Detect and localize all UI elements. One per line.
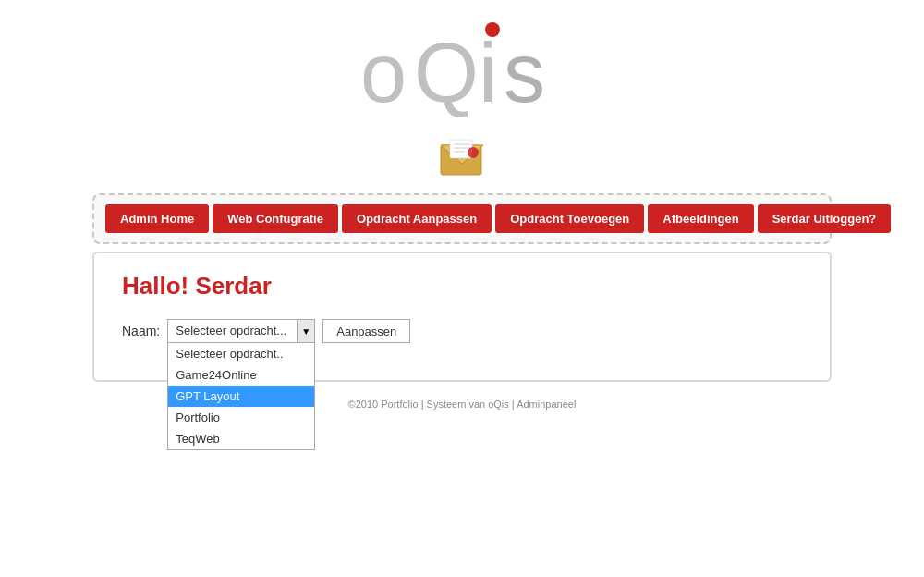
select-wrapper: Selecteer opdracht... ▼ Selecteer opdrac… <box>167 319 315 343</box>
logo-text: s <box>504 27 545 119</box>
mail-icon-area <box>439 138 485 182</box>
logo-text: Q <box>414 27 479 119</box>
nav-opdracht-toevoegen[interactable]: Opdracht Toevoegen <box>495 204 644 233</box>
content-area: Hallo! Serdar Naam: Selecteer opdracht..… <box>92 252 832 382</box>
logo-svg: o Q i s <box>360 18 564 120</box>
logo-text: i <box>479 27 497 119</box>
aanpassen-button[interactable]: Aanpassen <box>322 319 410 343</box>
form-row: Naam: Selecteer opdracht... ▼ Selecteer … <box>122 319 802 343</box>
nav-web-config[interactable]: Web Confugratie <box>213 204 338 233</box>
svg-point-6 <box>468 147 479 158</box>
dropdown-list: Selecteer opdracht.. Game24Online GPT La… <box>167 343 315 450</box>
nav-opdracht-aanpassen[interactable]: Opdracht Aanpassen <box>342 204 492 233</box>
select-main: Selecteer opdracht... ▼ <box>167 319 315 343</box>
nav-admin-home[interactable]: Admin Home <box>105 204 209 233</box>
logo-dot <box>485 22 500 37</box>
dropdown-item-selecteer[interactable]: Selecteer opdracht.. <box>168 343 314 364</box>
dropdown-item-game24online[interactable]: Game24Online <box>168 364 314 386</box>
select-arrow[interactable]: ▼ <box>297 319 315 343</box>
dropdown-item-gptlayout[interactable]: GPT Layout <box>168 386 314 407</box>
greeting: Hallo! Serdar <box>122 272 802 301</box>
mail-icon <box>439 138 485 178</box>
naam-label: Naam: <box>122 324 160 338</box>
footer-text: ©2010 Portfolio | Systeem van oQis | Adm… <box>348 399 577 410</box>
nav-container: Admin Home Web Confugratie Opdracht Aanp… <box>92 193 832 244</box>
page-wrapper: o Q i s Admin Home <box>0 0 924 577</box>
dropdown-item-teqweb[interactable]: TeqWeb <box>168 428 314 449</box>
dropdown-item-portfolio[interactable]: Portfolio <box>168 407 314 428</box>
logo-area: o Q i s <box>360 18 564 124</box>
nav-bar: Admin Home Web Confugratie Opdracht Aanp… <box>105 204 819 233</box>
nav-afbeeldingen[interactable]: Afbeeldingen <box>648 204 753 233</box>
logo-text: o <box>360 27 407 119</box>
select-text[interactable]: Selecteer opdracht... <box>167 319 297 343</box>
nav-uitloggen[interactable]: Serdar Uitloggen? <box>758 204 892 233</box>
